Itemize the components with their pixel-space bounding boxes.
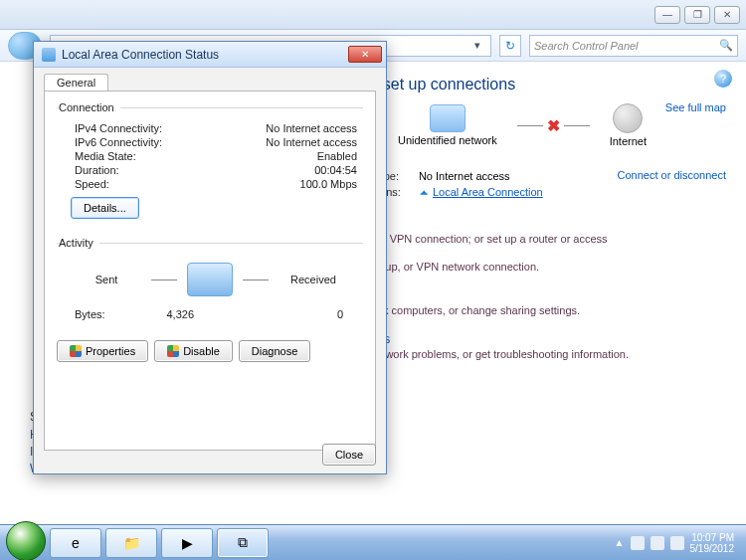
window-titlebar: — ❐ ✕ bbox=[0, 0, 746, 30]
start-button[interactable] bbox=[6, 521, 46, 561]
network-icon bbox=[430, 104, 466, 132]
speed-label: Speed: bbox=[75, 178, 109, 190]
taskbar-media[interactable]: ▶ bbox=[161, 528, 213, 558]
taskbar-network[interactable]: ⧉ bbox=[217, 528, 269, 558]
diagnose-button[interactable]: Diagnose bbox=[239, 340, 310, 362]
tray-overflow-icon[interactable]: ▲ bbox=[615, 537, 625, 548]
connection-link[interactable]: Local Area Connection bbox=[433, 186, 543, 198]
duration-value: 00:04:54 bbox=[314, 164, 357, 176]
sent-label: Sent bbox=[72, 274, 141, 285]
taskbar: е 📁 ▶ ⧉ ▲ 10:07 PM5/19/2012 bbox=[0, 524, 746, 560]
ipv4-label: IPv4 Connectivity: bbox=[75, 122, 162, 134]
disable-button[interactable]: Disable bbox=[154, 340, 233, 362]
connection-status-dialog: Local Area Connection Status ✕ General C… bbox=[33, 41, 387, 474]
dialog-close-button[interactable]: ✕ bbox=[348, 46, 382, 63]
search-icon[interactable]: 🔍 bbox=[719, 39, 733, 52]
tray-network-icon[interactable] bbox=[651, 536, 664, 550]
internet-icon bbox=[613, 103, 643, 133]
activity-computer-icon bbox=[187, 263, 233, 296]
window-close-button[interactable]: ✕ bbox=[714, 6, 740, 24]
connection-group: Connection IPv4 Connectivity:No Internet… bbox=[57, 101, 363, 229]
taskbar-clock[interactable]: 10:07 PM5/19/2012 bbox=[690, 532, 735, 554]
taskbar-explorer[interactable]: 📁 bbox=[105, 528, 157, 558]
shield-icon bbox=[70, 345, 82, 357]
access-type-value: No Internet access bbox=[411, 169, 551, 183]
dialog-titlebar[interactable]: Local Area Connection Status ✕ bbox=[34, 42, 386, 68]
address-dropdown-icon[interactable]: ▾ bbox=[470, 39, 484, 52]
ipv4-value: No Internet access bbox=[266, 122, 357, 134]
speed-value: 100.0 Mbps bbox=[300, 178, 357, 190]
disconnected-icon: ✖ bbox=[547, 116, 560, 135]
bytes-sent-value: 4,326 bbox=[167, 308, 195, 320]
details-button[interactable]: Details... bbox=[71, 197, 139, 219]
media-state-value: Enabled bbox=[317, 150, 357, 162]
dialog-title-icon bbox=[42, 48, 56, 62]
connection-legend: Connection bbox=[59, 101, 120, 113]
system-tray: ▲ 10:07 PM5/19/2012 bbox=[615, 532, 740, 554]
search-placeholder: Search Control Panel bbox=[534, 40, 639, 52]
tab-general[interactable]: General bbox=[44, 74, 108, 92]
refresh-button[interactable]: ↻ bbox=[499, 35, 521, 57]
properties-button[interactable]: Properties bbox=[57, 340, 148, 362]
maximize-button[interactable]: ❐ bbox=[684, 6, 710, 24]
search-input[interactable]: Search Control Panel🔍 bbox=[529, 35, 738, 57]
media-state-label: Media State: bbox=[75, 150, 136, 162]
tray-flag-icon[interactable] bbox=[631, 536, 645, 550]
internet-node-label: Internet bbox=[610, 135, 647, 147]
connect-disconnect-link[interactable]: Connect or disconnect bbox=[618, 169, 726, 181]
network-node-label: Unidentified network bbox=[398, 134, 497, 146]
dialog-title: Local Area Connection Status bbox=[62, 48, 219, 62]
bytes-received-value: 0 bbox=[337, 308, 343, 320]
dialog-panel: Connection IPv4 Connectivity:No Internet… bbox=[44, 91, 376, 451]
tray-volume-icon[interactable] bbox=[670, 536, 684, 550]
activity-legend: Activity bbox=[59, 237, 99, 249]
duration-label: Duration: bbox=[75, 164, 119, 176]
activity-group: Activity Sent Received Bytes: 4,326 0 bbox=[57, 237, 363, 332]
received-label: Received bbox=[279, 274, 348, 285]
close-button[interactable]: Close bbox=[322, 444, 376, 466]
bytes-label: Bytes: bbox=[75, 308, 105, 320]
help-icon[interactable]: ? bbox=[714, 70, 732, 88]
minimize-button[interactable]: — bbox=[654, 6, 680, 24]
taskbar-ie[interactable]: е bbox=[50, 528, 101, 558]
shield-icon bbox=[167, 345, 179, 357]
see-full-map-link[interactable]: See full map bbox=[665, 101, 726, 113]
ipv6-label: IPv6 Connectivity: bbox=[75, 136, 162, 148]
ipv6-value: No Internet access bbox=[266, 136, 357, 148]
